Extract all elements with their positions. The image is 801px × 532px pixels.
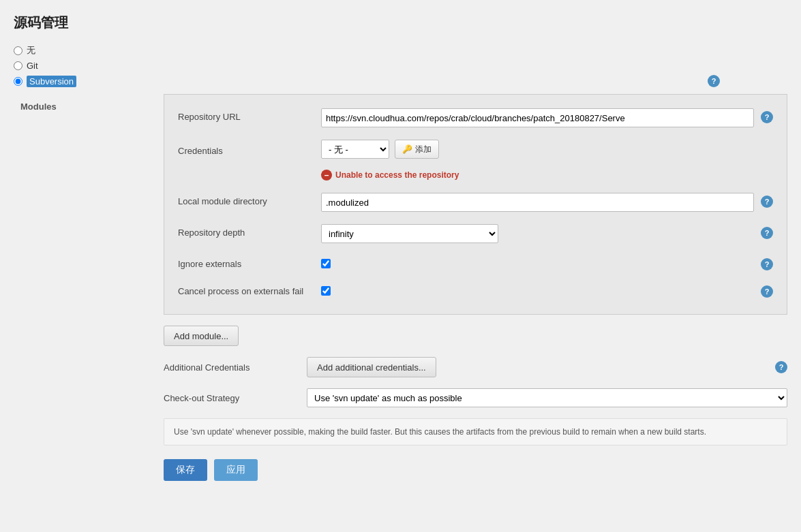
ignore-externals-row: Ignore externals ? (178, 255, 773, 270)
radio-git-input[interactable] (14, 61, 22, 70)
page-title: 源码管理 (14, 14, 787, 32)
radio-none-input[interactable] (14, 46, 22, 55)
add-credentials-button[interactable]: 🔑 添加 (395, 140, 439, 159)
checkout-strategy-row: Check-out Strategy Use 'svn update' as m… (164, 388, 787, 407)
local-module-help-icon[interactable]: ? (761, 195, 773, 208)
ignore-externals-label: Ignore externals (178, 255, 314, 269)
main-content: Modules Repository URL ? (14, 94, 787, 481)
radio-none[interactable]: 无 (14, 44, 787, 57)
repo-depth-help-icon[interactable]: ? (761, 227, 773, 239)
scm-radio-group: 无 Git Subversion ? (14, 44, 787, 87)
add-module-button[interactable]: Add module... (164, 326, 239, 346)
additional-credentials-label: Additional Credentials (164, 362, 300, 373)
ignore-externals-help: ? (761, 255, 773, 270)
repository-url-label: Repository URL (178, 108, 314, 122)
apply-button[interactable]: 应用 (214, 459, 258, 481)
radio-subversion[interactable]: Subversion ? (14, 75, 787, 87)
save-button[interactable]: 保存 (164, 459, 207, 481)
add-additional-credentials-button[interactable]: Add additional credentials... (307, 357, 436, 377)
repository-depth-select[interactable]: infinity empty files immediates (321, 224, 498, 243)
credentials-select[interactable]: - 无 - (321, 140, 389, 159)
checkout-description: Use 'svn update' whenever possible, maki… (164, 418, 787, 445)
repository-depth-label: Repository depth (178, 224, 314, 238)
subversion-help-icon[interactable]: ? (708, 75, 720, 87)
local-module-row: Local module directory ? (178, 193, 773, 212)
local-module-help: ? (761, 193, 773, 208)
modules-panel: Repository URL ? Credentials - 无 - (164, 94, 787, 315)
ignore-externals-checkbox[interactable] (321, 259, 331, 268)
lower-section: Additional Credentials Add additional cr… (164, 357, 787, 445)
checkout-strategy-label: Check-out Strategy (164, 393, 300, 403)
cancel-process-help: ? (761, 283, 773, 298)
repo-url-help: ? (761, 108, 773, 123)
repository-depth-row: Repository depth infinity empty files im… (178, 224, 773, 243)
repo-depth-help: ? (761, 224, 773, 239)
cancel-process-help-icon[interactable]: ? (761, 285, 773, 298)
cancel-process-checkbox[interactable] (321, 286, 331, 296)
additional-creds-help-icon[interactable]: ? (775, 361, 787, 373)
additional-credentials-row: Additional Credentials Add additional cr… (164, 357, 787, 377)
bottom-buttons: 保存 应用 (164, 459, 787, 481)
local-module-input[interactable] (321, 193, 754, 212)
sidebar: Modules (14, 94, 164, 481)
credentials-row: Credentials - 无 - 🔑 添加 (178, 140, 773, 181)
radio-subversion-label: Subversion (27, 76, 76, 87)
error-icon: – (321, 170, 332, 181)
error-message: – Unable to access the repository (321, 170, 459, 181)
radio-none-label: 无 (27, 44, 35, 57)
content-area: Repository URL ? Credentials - 无 - (164, 94, 787, 481)
radio-git-label: Git (27, 61, 38, 71)
add-credentials-label: 添加 (415, 144, 432, 155)
repo-url-help-icon[interactable]: ? (761, 111, 773, 123)
local-module-label: Local module directory (178, 193, 314, 206)
credentials-label: Credentials (178, 142, 314, 156)
repository-url-input[interactable] (321, 108, 754, 127)
radio-subversion-input[interactable] (14, 77, 22, 86)
radio-git[interactable]: Git (14, 61, 787, 71)
cancel-process-label: Cancel process on externals fail (178, 283, 314, 296)
repository-url-row: Repository URL ? (178, 108, 773, 127)
cancel-process-row: Cancel process on externals fail ? (178, 283, 773, 298)
modules-label: Modules (14, 97, 164, 116)
ignore-externals-help-icon[interactable]: ? (761, 258, 773, 270)
checkout-strategy-select[interactable]: Use 'svn update' as much as possible Alw… (307, 388, 787, 407)
key-icon: 🔑 (402, 144, 412, 154)
page-wrapper: 源码管理 无 Git Subversion ? Modules (0, 0, 801, 532)
error-text: Unable to access the repository (335, 170, 459, 180)
